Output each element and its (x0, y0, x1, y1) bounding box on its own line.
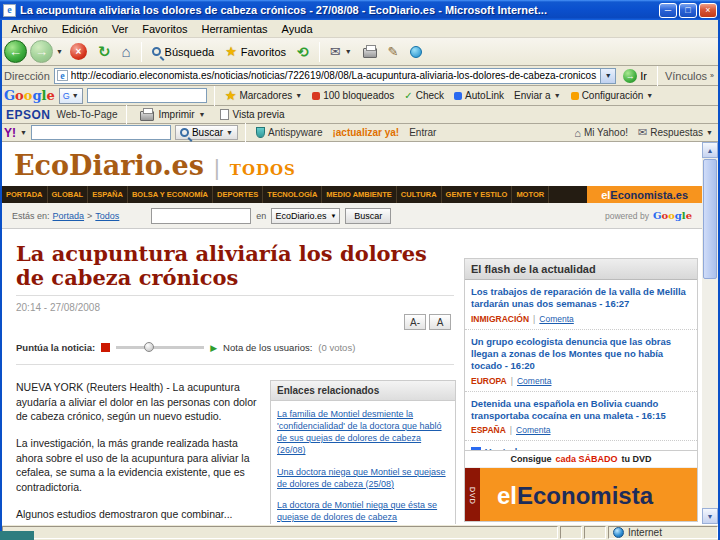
comment-link[interactable]: Comenta (516, 425, 551, 435)
nav-tab-portada[interactable]: PORTADA (2, 186, 48, 203)
favorites-button[interactable]: ★Favoritos (221, 42, 290, 61)
site-search: en EcoDiario.es▼ Buscar (151, 208, 391, 224)
site-search-input[interactable] (151, 208, 251, 224)
ad-headline: Consigue cada SÁBADO tu DVD (465, 451, 697, 468)
flash-headline-link[interactable]: Los trabajos de reparación de la valla d… (471, 286, 691, 311)
eleconomista-brand-link[interactable]: elEconomista.es (587, 186, 702, 203)
article-body: NUEVA YORK (Reuters Health) - La acupunt… (16, 380, 258, 524)
site-search-button[interactable]: Buscar (345, 208, 391, 224)
yahoo-update-link[interactable]: ¡actualizar ya! (329, 127, 402, 138)
forward-dropdown-icon[interactable]: ▼ (56, 48, 63, 55)
search-button[interactable]: Búsqueda (148, 44, 219, 60)
forward-button[interactable]: → (30, 40, 53, 63)
slider-thumb[interactable] (144, 342, 154, 352)
scroll-down-button[interactable]: ▼ (702, 508, 718, 524)
nav-tab-bolsa[interactable]: BOLSA Y ECONOMÍA (128, 186, 213, 203)
flash-meta: ESPAÑA | Comenta (471, 425, 691, 435)
google-settings-button[interactable]: Configuración▼ (568, 90, 657, 101)
nav-tab-gente[interactable]: GENTE Y ESTILO (442, 186, 513, 203)
yahoo-answers-button[interactable]: ✉Respuestas▼ (635, 126, 716, 139)
flash-headline-link[interactable]: Detenida una española en Bolivia cuando … (471, 398, 691, 423)
yahoo-antispyware-button[interactable]: Antispyware (253, 127, 325, 138)
nav-tab-deportes[interactable]: DEPORTES (213, 186, 263, 203)
print-button[interactable] (359, 43, 381, 60)
nav-tab-cultura[interactable]: CULTURA (397, 186, 442, 203)
google-spellcheck-button[interactable]: ✓Check (401, 90, 447, 101)
status-panel (584, 526, 606, 539)
font-larger-button[interactable]: A (429, 314, 451, 330)
yahoo-signin-link[interactable]: Entrar (406, 127, 439, 138)
google-search-input[interactable] (87, 88, 207, 103)
menu-favoritos[interactable]: Favoritos (135, 23, 194, 35)
menu-ver[interactable]: Ver (105, 23, 136, 35)
vertical-scrollbar[interactable]: ▲ ▼ (702, 142, 718, 524)
epson-logo: EPSON (6, 108, 51, 122)
flash-headline-link[interactable]: Un grupo ecologista denuncia que las obr… (471, 336, 691, 373)
google-autolink-button[interactable]: AutoLink (451, 90, 507, 101)
google-sendto-button[interactable]: Enviar a▼ (511, 90, 564, 101)
refresh-button[interactable]: ↻ (94, 41, 115, 63)
messenger-button[interactable] (406, 44, 426, 60)
nav-tab-tecnologia[interactable]: TECNOLOGÍA (263, 186, 322, 203)
votes-count: (0 votos) (318, 342, 355, 353)
menu-archivo[interactable]: Archivo (4, 23, 55, 35)
scrollbar-thumb[interactable] (703, 159, 717, 279)
yahoo-search-input[interactable] (31, 125, 171, 140)
go-arrow-icon: → (623, 69, 637, 83)
breadcrumb-todos-link[interactable]: Todos (95, 211, 119, 221)
status-bar: Internet (0, 524, 720, 540)
font-smaller-button[interactable]: A- (404, 314, 426, 330)
mail-button[interactable]: ✉▼ (326, 42, 356, 61)
epson-print-button[interactable]: Imprimir▼ (136, 108, 209, 121)
scroll-up-button[interactable]: ▲ (702, 142, 718, 158)
house-icon: ⌂ (574, 127, 581, 139)
google-popup-blocker-button[interactable]: 100 bloqueados (309, 90, 397, 101)
nav-tab-espana[interactable]: ESPAÑA (88, 186, 128, 203)
close-button[interactable]: × (699, 3, 717, 18)
nav-tab-medio-ambiente[interactable]: MEDIO AMBIENTE (322, 186, 397, 203)
nav-tab-global[interactable]: GLOBAL (48, 186, 89, 203)
ad-banner[interactable]: Consigue cada SÁBADO tu DVD DVD elEconom… (464, 450, 698, 522)
minimize-button[interactable]: ─ (659, 3, 677, 18)
meta-separator: | (511, 376, 513, 386)
maximize-button[interactable]: □ (679, 3, 697, 18)
related-link[interactable]: La familia de Montiel desmiente la 'conf… (277, 408, 449, 457)
site-search-scope-select[interactable]: EcoDiario.es▼ (271, 208, 340, 224)
nav-tab-motor[interactable]: MOTOR (512, 186, 549, 203)
menu-ayuda[interactable]: Ayuda (275, 23, 320, 35)
toolbar-separator (214, 86, 215, 106)
links-menu[interactable]: Vínculos» (665, 70, 716, 82)
stop-button[interactable]: × (66, 41, 91, 62)
submit-rating-icon[interactable]: ▶ (210, 343, 217, 353)
edit-button[interactable]: ✎ (384, 42, 403, 61)
category-tag: EUROPA (471, 376, 507, 386)
flash-item: Un grupo ecologista denuncia que las obr… (465, 330, 697, 392)
breadcrumb-portada-link[interactable]: Portada (53, 211, 85, 221)
epson-preview-button[interactable]: Vista previa (216, 109, 289, 120)
star-icon: ★ (225, 44, 237, 59)
go-button[interactable]: →Ir (620, 69, 650, 83)
home-button[interactable]: ⌂ (118, 41, 135, 62)
related-link[interactable]: Una doctora niega que Montiel se quejase… (277, 466, 449, 490)
menu-edicion[interactable]: Edición (55, 23, 105, 35)
logo-divider: | (214, 155, 220, 181)
address-dropdown-button[interactable]: ▼ (600, 69, 615, 83)
address-input[interactable]: e http://ecodiario.eleconomista.es/notic… (54, 68, 616, 84)
comment-link[interactable]: Comenta (517, 376, 552, 386)
comment-link[interactable]: Comenta (539, 314, 574, 324)
chevron-down-icon[interactable]: ▼ (20, 129, 27, 136)
menu-herramientas[interactable]: Herramientas (195, 23, 275, 35)
blocker-icon (312, 92, 320, 100)
globe-icon (613, 527, 624, 538)
yahoo-search-button[interactable]: Buscar▼ (175, 125, 238, 140)
rating-slider[interactable] (116, 346, 204, 349)
google-bookmarks-button[interactable]: ★Marcadores▼ (222, 88, 305, 103)
history-button[interactable]: ⟲ (293, 42, 313, 62)
title-bar[interactable]: e La acupuntura aliviaria los dolores de… (0, 0, 720, 20)
related-link[interactable]: La doctora de Montiel niega que ésta se … (277, 499, 449, 523)
google-search-type-dropdown[interactable]: G▼ (59, 88, 83, 104)
back-button[interactable]: ← (4, 40, 27, 63)
score-label: Nota de los usuarios: (223, 342, 312, 353)
yahoo-my-yahoo-button[interactable]: ⌂Mi Yahoo! (571, 127, 631, 139)
site-logo[interactable]: EcoDiario.es (14, 150, 204, 181)
